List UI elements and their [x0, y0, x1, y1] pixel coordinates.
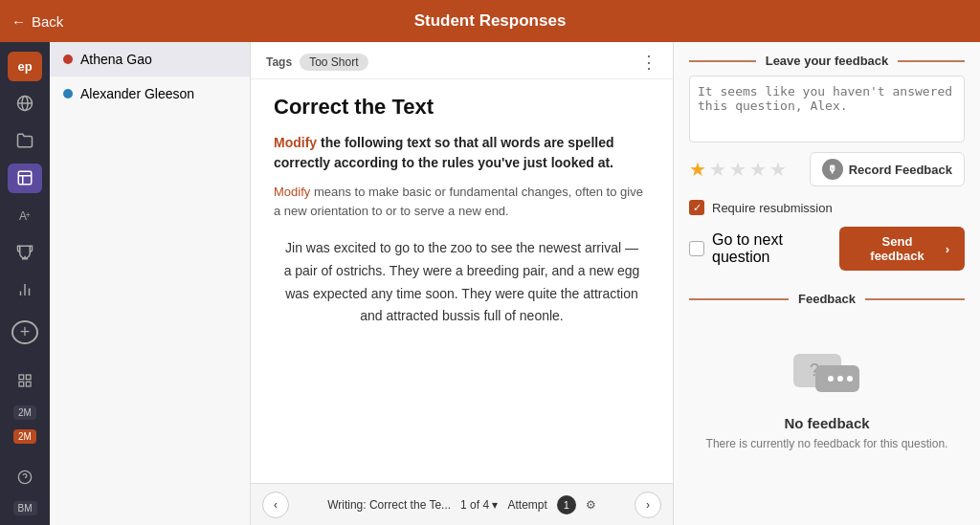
star-4[interactable]: ★ — [749, 158, 767, 181]
svg-point-22 — [837, 376, 843, 382]
go-next-checkbox[interactable] — [689, 241, 704, 256]
app-logo: ep — [17, 59, 32, 74]
send-feedback-label: Send feedback — [855, 234, 939, 263]
student-item-athena[interactable]: Athena Gao — [50, 42, 250, 77]
require-resubmission-checkbox[interactable]: ✓ — [689, 200, 704, 215]
record-feedback-label: Record Feedback — [849, 163, 952, 177]
attempt-badge: 1 — [557, 495, 576, 514]
rating-record-row: ★ ★ ★ ★ ★ 🎙 Record Feedback — [674, 152, 980, 196]
svg-point-21 — [828, 376, 834, 382]
next-question-button[interactable]: › — [635, 492, 661, 518]
content-more-menu[interactable]: ⋮ — [640, 52, 657, 73]
content-body: Correct the Text Modify the following te… — [251, 79, 673, 483]
nav-grid-icon[interactable] — [8, 366, 42, 396]
content-header: Tags Too Short ⋮ — [251, 42, 673, 79]
svg-text:+: + — [26, 211, 31, 220]
student-name-alexander: Alexander Gleeson — [80, 86, 194, 101]
tags-row: Tags Too Short — [266, 54, 368, 71]
question-title: Correct the Text — [274, 95, 650, 120]
feedback-section-title: Feedback — [789, 292, 865, 306]
settings-icon[interactable]: ⚙ — [586, 498, 596, 512]
star-5[interactable]: ★ — [769, 158, 787, 181]
send-feedback-button[interactable]: Send feedback › — [839, 227, 965, 271]
nav-globe-icon[interactable] — [8, 89, 42, 119]
nav-responses-icon[interactable] — [8, 164, 42, 193]
go-next-row: Go to next question — [689, 231, 839, 266]
nav-add-button[interactable]: + — [11, 320, 38, 344]
svg-rect-13 — [26, 375, 31, 380]
right-panel: Leave your feedback ★ ★ ★ ★ ★ 🎙 Record F… — [674, 42, 980, 525]
tag-pill-tooshort[interactable]: Too Short — [300, 54, 368, 71]
student-response-text: Jin was excited to go to the zoo to see … — [274, 237, 650, 328]
svg-rect-12 — [19, 375, 24, 380]
svg-rect-3 — [18, 172, 32, 186]
star-3[interactable]: ★ — [729, 158, 746, 181]
feedback-line-right — [865, 298, 965, 300]
nav-font-icon[interactable]: A+ — [8, 201, 42, 230]
send-feedback-arrow: › — [946, 242, 949, 256]
footer-info: Writing: Correct the Te... 1 of 4 ▾ Atte… — [327, 495, 596, 514]
feedback-section-header: Feedback — [674, 280, 980, 314]
no-feedback-section: ? No feedback There is currently no feed… — [674, 314, 980, 525]
no-feedback-sub: There is currently no feedback for this … — [706, 437, 948, 450]
instruction-highlight: Modify — [274, 135, 317, 150]
student-list: Athena Gao Alexander Gleeson — [50, 42, 251, 525]
back-label: Back — [32, 13, 63, 30]
star-2[interactable]: ★ — [709, 158, 726, 181]
svg-point-23 — [847, 376, 853, 382]
content-area: Tags Too Short ⋮ Correct the Text Modify… — [251, 42, 674, 525]
definition-text: Modify means to make basic or fundamenta… — [274, 183, 650, 220]
nav-trophy-icon[interactable] — [8, 238, 42, 268]
stars-row: ★ ★ ★ ★ ★ — [689, 158, 787, 181]
leave-feedback-header: Leave your feedback — [674, 42, 980, 76]
page-title: Student Responses — [414, 11, 567, 31]
nav-badge-2m-2[interactable]: 2M — [13, 429, 36, 444]
svg-rect-15 — [26, 382, 31, 386]
go-next-label: Go to next question — [712, 231, 839, 266]
question-instruction: Modify the following text so that all wo… — [274, 133, 650, 173]
require-resubmission-label: Require resubmission — [712, 201, 833, 215]
student-item-alexander[interactable]: Alexander Gleeson — [50, 77, 250, 111]
send-feedback-row: Go to next question Send feedback › — [674, 219, 980, 280]
require-resubmission-row[interactable]: ✓ Require resubmission — [674, 196, 980, 219]
nav-badge-bm[interactable]: BM — [13, 501, 37, 515]
star-1[interactable]: ★ — [689, 158, 706, 181]
feedback-line-left — [689, 298, 789, 300]
definition-highlight: Modify — [274, 185, 310, 199]
feedback-textarea[interactable] — [689, 76, 965, 142]
no-feedback-icon: ? — [789, 344, 865, 405]
content-footer: ‹ Writing: Correct the Te... 1 of 4 ▾ At… — [251, 483, 673, 525]
top-bar: ← Back Student Responses — [0, 0, 980, 42]
nav-help-icon[interactable] — [8, 462, 42, 492]
student-name-athena: Athena Gao — [80, 52, 152, 67]
attempt-label: Attempt — [507, 498, 546, 512]
definition-body: means to make basic or fundamental chang… — [274, 185, 643, 218]
record-feedback-button[interactable]: 🎙 Record Feedback — [810, 152, 965, 186]
student-dot-alexander — [63, 89, 73, 98]
student-dot-athena — [63, 55, 73, 64]
prev-question-button[interactable]: ‹ — [262, 492, 289, 518]
svg-rect-14 — [19, 382, 24, 386]
header-line-left — [689, 60, 756, 62]
nav-chart-icon[interactable] — [8, 275, 42, 305]
nav-app-icon[interactable]: ep — [8, 52, 42, 81]
header-line-right — [898, 60, 965, 62]
no-feedback-title: No feedback — [784, 415, 869, 431]
tags-label: Tags — [266, 55, 292, 69]
back-arrow-icon: ← — [11, 13, 26, 30]
instruction-text: the following text so that all words are… — [274, 135, 614, 170]
mic-icon: 🎙 — [822, 159, 843, 180]
nav-badge-2m-1[interactable]: 2M — [13, 405, 36, 420]
left-nav: ep A+ + 2M 2M BM — [0, 42, 50, 525]
nav-folder-icon[interactable] — [8, 126, 42, 156]
writing-label: Writing: Correct the Te... — [327, 498, 451, 512]
main-layout: ep A+ + 2M 2M BM — [0, 42, 980, 525]
leave-feedback-title: Leave your feedback — [756, 54, 899, 68]
pagination-label: 1 of 4 ▾ — [460, 498, 498, 512]
back-button[interactable]: ← Back — [11, 13, 63, 30]
